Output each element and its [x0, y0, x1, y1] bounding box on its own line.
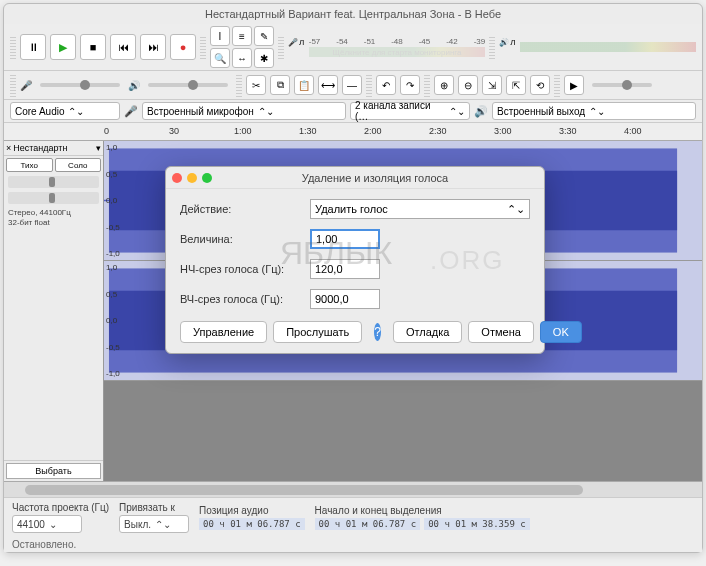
zoom-in-button[interactable]: ⊕ — [434, 75, 454, 95]
mic-icon: 🎤 — [288, 38, 298, 47]
mic-icon: 🎤 — [124, 105, 138, 118]
help-button[interactable]: ? — [374, 323, 381, 341]
cut-button[interactable]: ✂ — [246, 75, 266, 95]
lowcut-label: НЧ-срез голоса (Гц): — [180, 263, 310, 275]
action-select[interactable]: Удалить голос⌃⌄ — [310, 199, 530, 219]
lowcut-input[interactable] — [310, 259, 380, 279]
track-menu-button[interactable]: ▾ — [96, 143, 101, 153]
chevron-icon: ⌃⌄ — [155, 519, 171, 530]
minimize-window-button[interactable] — [187, 173, 197, 183]
amount-input[interactable] — [310, 229, 380, 249]
gain-slider[interactable] — [8, 176, 99, 188]
record-volume-slider[interactable] — [40, 83, 120, 87]
toolbar-edit: 🎤 🔊 ✂ ⧉ 📋 ⟷ — ↶ ↷ ⊕ ⊖ ⇲ ⇱ ⟲ ▶ — [4, 71, 702, 100]
grip-icon[interactable] — [489, 35, 495, 59]
audio-position-label: Позиция аудио — [199, 505, 305, 516]
trim-button[interactable]: ⟷ — [318, 75, 338, 95]
empty-track-area[interactable] — [104, 381, 702, 481]
zoom-out-button[interactable]: ⊖ — [458, 75, 478, 95]
input-device-select[interactable]: Встроенный микрофон⌃⌄ — [142, 102, 346, 120]
record-button[interactable]: ● — [170, 34, 196, 60]
stop-button[interactable]: ■ — [80, 34, 106, 60]
vocal-removal-dialog: Удаление и изоляция голоса Действие: Уда… — [165, 166, 545, 354]
selection-end-value[interactable]: 00 ч 01 м 38.359 с — [424, 518, 530, 530]
multi-tool-button[interactable]: ✱ — [254, 48, 274, 68]
copy-button[interactable]: ⧉ — [270, 75, 290, 95]
audio-position-value[interactable]: 00 ч 01 м 06.787 с — [199, 518, 305, 530]
dialog-title: Удаление и изоляция голоса — [212, 172, 538, 184]
track-control-panel: × Нестандартн ▾ Тихо Соло Стерео, 44100Г… — [4, 141, 104, 481]
chevron-icon: ⌃⌄ — [68, 106, 84, 117]
grip-icon[interactable] — [366, 73, 372, 97]
play-speed-slider[interactable] — [592, 83, 652, 87]
playback-meter[interactable] — [520, 42, 697, 52]
highcut-label: ВЧ-срез голоса (Гц): — [180, 293, 310, 305]
host-select[interactable]: Core Audio⌃⌄ — [10, 102, 120, 120]
track-info: Стерео, 44100Гц 32-бит float — [4, 206, 103, 229]
silence-button[interactable]: — — [342, 75, 362, 95]
snap-label: Привязать к — [119, 502, 189, 513]
preview-button[interactable]: Прослушать — [273, 321, 362, 343]
play-button[interactable]: ▶ — [50, 34, 76, 60]
playback-volume-slider[interactable] — [148, 83, 228, 87]
cancel-button[interactable]: Отмена — [468, 321, 533, 343]
ok-button[interactable]: OK — [540, 321, 582, 343]
pan-slider[interactable] — [8, 192, 99, 204]
output-device-select[interactable]: Встроенный выход⌃⌄ — [492, 102, 696, 120]
window-title: Нестандартный Вариант feat. Центральная … — [4, 4, 702, 24]
record-meter[interactable]: -57 -54 -51 -48 -45 -42 -39 Щёлкните для… — [309, 37, 486, 57]
fit-project-button[interactable]: ⇱ — [506, 75, 526, 95]
selection-tool-button[interactable]: I — [210, 26, 230, 46]
envelope-tool-button[interactable]: ≡ — [232, 26, 252, 46]
track-name[interactable]: Нестандартн — [13, 143, 94, 153]
timeshift-tool-button[interactable]: ↔ — [232, 48, 252, 68]
chevron-icon: ⌃⌄ — [589, 106, 605, 117]
chevron-icon: ⌄ — [49, 519, 57, 530]
toolbar-main: ⏸ ▶ ■ ⏮ ⏭ ● I ≡ ✎ 🔍 ↔ ✱ 🎤Л 🎤П -57 -54 -5… — [4, 24, 702, 71]
zoom-window-button[interactable] — [202, 173, 212, 183]
speaker-icon: 🔊 — [474, 105, 488, 118]
speaker-icon: 🔊 — [128, 80, 140, 91]
close-window-button[interactable] — [172, 173, 182, 183]
debug-button[interactable]: Отладка — [393, 321, 462, 343]
grip-icon[interactable] — [554, 73, 560, 97]
paste-button[interactable]: 📋 — [294, 75, 314, 95]
snap-select[interactable]: Выкл.⌃⌄ — [119, 515, 189, 533]
solo-button[interactable]: Соло — [55, 158, 102, 172]
skip-start-button[interactable]: ⏮ — [110, 34, 136, 60]
skip-end-button[interactable]: ⏭ — [140, 34, 166, 60]
action-label: Действие: — [180, 203, 310, 215]
track-select-button[interactable]: Выбрать — [6, 463, 101, 479]
window-controls — [172, 173, 212, 183]
grip-icon[interactable] — [424, 73, 430, 97]
selection-toolbar: Частота проекта (Гц) 44100⌄ Привязать к … — [4, 497, 702, 537]
pause-button[interactable]: ⏸ — [20, 34, 46, 60]
grip-icon[interactable] — [236, 73, 242, 97]
zoom-toggle-button[interactable]: ⟲ — [530, 75, 550, 95]
grip-icon[interactable] — [10, 73, 16, 97]
selection-start-value[interactable]: 00 ч 01 м 06.787 с — [315, 518, 421, 530]
draw-tool-button[interactable]: ✎ — [254, 26, 274, 46]
grip-icon[interactable] — [10, 35, 16, 59]
highcut-input[interactable] — [310, 289, 380, 309]
horizontal-scrollbar[interactable] — [4, 481, 702, 497]
project-rate-label: Частота проекта (Гц) — [12, 502, 109, 513]
chevron-icon: ⌃⌄ — [258, 106, 274, 117]
timeline-ruler[interactable]: 0 30 1:00 1:30 2:00 2:30 3:00 3:30 4:00 — [4, 123, 702, 141]
amplitude-scale: 1,00,50,0-0,5-1,0 — [106, 141, 126, 260]
undo-button[interactable]: ↶ — [376, 75, 396, 95]
status-bar: Остановлено. — [4, 537, 702, 552]
grip-icon[interactable] — [200, 35, 206, 59]
close-track-button[interactable]: × — [6, 143, 11, 153]
manage-button[interactable]: Управление — [180, 321, 267, 343]
channels-select[interactable]: 2 канала записи (…⌃⌄ — [350, 102, 470, 120]
redo-button[interactable]: ↷ — [400, 75, 420, 95]
fit-selection-button[interactable]: ⇲ — [482, 75, 502, 95]
mute-button[interactable]: Тихо — [6, 158, 53, 172]
zoom-tool-button[interactable]: 🔍 — [210, 48, 230, 68]
amount-label: Величина: — [180, 233, 310, 245]
project-rate-select[interactable]: 44100⌄ — [12, 515, 82, 533]
chevron-icon: ⌃⌄ — [507, 203, 525, 216]
grip-icon[interactable] — [278, 35, 284, 59]
play-at-speed-button[interactable]: ▶ — [564, 75, 584, 95]
